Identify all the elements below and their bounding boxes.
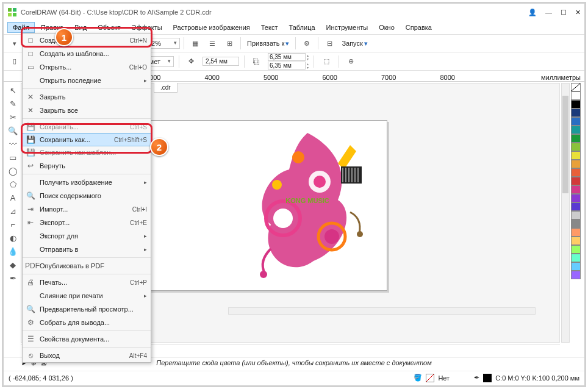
menu-tools[interactable]: Инструменты xyxy=(321,23,373,32)
file-menu-item[interactable]: Открыть последние▸ xyxy=(23,74,151,87)
color-swatch[interactable] xyxy=(571,126,581,134)
guides-icon[interactable]: ☰ xyxy=(205,36,220,51)
close-button[interactable]: ✕ xyxy=(575,9,581,16)
file-menu-item[interactable]: 💾Сохранить как...Ctrl+Shift+S xyxy=(22,133,151,146)
dynamic-guides-icon[interactable]: ⊞ xyxy=(222,36,237,51)
effects-tool-icon[interactable]: ◐ xyxy=(7,232,19,244)
vertical-scrollbar[interactable] xyxy=(561,83,570,343)
new-icon[interactable]: ▾ xyxy=(7,36,22,51)
menu-help[interactable]: Справка xyxy=(401,23,437,32)
fill-swatch[interactable] xyxy=(426,374,434,382)
file-menu-item[interactable]: ☰Свойства документа... xyxy=(23,332,151,346)
color-swatch[interactable] xyxy=(571,91,581,100)
dimension-tool-icon[interactable]: ⊿ xyxy=(7,205,19,217)
options-icon[interactable]: ⚙ xyxy=(299,36,314,51)
add-icon[interactable]: ⊕ xyxy=(344,54,359,69)
svg-rect-3 xyxy=(13,13,16,16)
rectangle-tool-icon[interactable]: ▭ xyxy=(7,151,19,163)
shape-tool-icon[interactable]: ✎ xyxy=(7,98,19,110)
file-menu-item[interactable]: ⚙Собрать для вывода... xyxy=(23,316,151,329)
file-menu-item[interactable]: ▭Открыть...Ctrl+O xyxy=(23,60,151,74)
launch-dropdown[interactable]: Запуск ▾ xyxy=(339,38,370,49)
grid-icon[interactable]: ▦ xyxy=(188,36,203,51)
color-swatch[interactable] xyxy=(571,254,581,262)
color-swatch[interactable] xyxy=(571,219,581,228)
fill-tool-icon[interactable]: ◆ xyxy=(7,259,19,271)
fill-none-label: Нет xyxy=(438,374,450,382)
menu-object[interactable]: Объект xyxy=(93,23,125,32)
text-tool-icon[interactable]: A xyxy=(7,191,19,204)
horizontal-scrollbar[interactable] xyxy=(228,307,536,315)
menu-effects[interactable]: Эффекты xyxy=(127,23,167,32)
color-swatch[interactable] xyxy=(571,143,581,151)
color-swatch[interactable] xyxy=(571,228,581,237)
minimize-button[interactable]: — xyxy=(545,9,552,16)
dup-y-input[interactable] xyxy=(268,62,306,70)
color-swatch[interactable] xyxy=(571,109,581,117)
freehand-tool-icon[interactable]: 〰 xyxy=(7,138,19,150)
color-swatch[interactable] xyxy=(571,151,581,160)
menu-window[interactable]: Окно xyxy=(374,23,400,32)
svg-rect-1 xyxy=(13,8,16,12)
page-orientation-icon[interactable]: ▯ xyxy=(7,54,22,69)
dup-x-input[interactable] xyxy=(268,53,306,61)
ellipse-tool-icon[interactable]: ◯ xyxy=(7,165,19,177)
color-swatch[interactable] xyxy=(571,262,581,271)
crop-tool-icon[interactable]: ✂ xyxy=(7,111,19,123)
color-swatch[interactable] xyxy=(571,185,581,194)
layout-icon[interactable]: ⊟ xyxy=(322,36,337,51)
file-menu-item[interactable]: ⇥Импорт...Ctrl+I xyxy=(23,202,151,216)
file-menu-item[interactable]: Слияние при печати▸ xyxy=(23,289,151,302)
file-menu-item[interactable]: PDFОпубликовать в PDF xyxy=(23,259,151,273)
connector-tool-icon[interactable]: ⌐ xyxy=(7,218,19,230)
snap-to-dropdown[interactable]: Привязать к ▾ xyxy=(245,38,292,49)
file-menu-item[interactable]: 🖨Печать...Ctrl+P xyxy=(23,276,151,289)
color-swatch[interactable] xyxy=(571,160,581,168)
artwork[interactable]: KONG MUSIC xyxy=(240,127,375,285)
color-swatch[interactable] xyxy=(571,237,581,245)
color-swatch[interactable] xyxy=(571,168,581,177)
color-swatch[interactable] xyxy=(571,245,581,254)
color-swatch[interactable] xyxy=(571,271,581,279)
file-menu-item[interactable]: ✕Закрыть все xyxy=(23,104,151,117)
submenu-arrow-icon: ▸ xyxy=(144,77,147,84)
duplicate-offset-inputs[interactable]: ▴▾ ▴▾ xyxy=(268,53,309,70)
menu-view[interactable]: Вид xyxy=(70,23,91,32)
file-menu-item[interactable]: 💾Сохранить...Ctrl+S xyxy=(23,120,151,134)
file-menu-item[interactable]: Экспорт для▸ xyxy=(23,229,151,243)
color-swatch[interactable] xyxy=(571,211,581,219)
color-swatch[interactable] xyxy=(571,177,581,185)
file-menu-item[interactable]: ↩Вернуть xyxy=(23,159,151,173)
zoom-tool-icon[interactable]: 🔍 xyxy=(7,124,19,137)
outline-swatch[interactable] xyxy=(483,374,492,382)
file-menu-item[interactable]: ✕Закрыть xyxy=(23,90,151,104)
no-color-swatch[interactable] xyxy=(571,83,581,91)
polygon-tool-icon[interactable]: ⬠ xyxy=(7,178,19,190)
menu-bitmaps[interactable]: Растровые изображения xyxy=(168,23,255,32)
maximize-button[interactable]: ☐ xyxy=(561,9,567,16)
file-menu-item[interactable]: ⎋ВыходAlt+F4 xyxy=(23,349,151,362)
menu-file[interactable]: Файл xyxy=(7,22,35,33)
color-swatch[interactable] xyxy=(571,100,581,109)
eyedropper-tool-icon[interactable]: 💧 xyxy=(7,245,19,257)
color-swatch[interactable] xyxy=(571,194,581,202)
file-menu-item[interactable]: □Создать...Ctrl+N xyxy=(23,34,151,47)
file-menu-item[interactable]: Отправить в▸ xyxy=(23,243,151,256)
nudge-input[interactable]: 2,54 мм xyxy=(203,57,239,66)
treat-as-filled-icon[interactable]: ⬚ xyxy=(319,54,334,69)
menu-table[interactable]: Таблица xyxy=(284,23,320,32)
file-menu-item[interactable]: Получить изображение▸ xyxy=(23,176,151,189)
file-menu-item[interactable]: 🔍Поиск содержимого xyxy=(23,189,151,202)
user-icon[interactable]: 👤 xyxy=(528,9,537,16)
file-menu-item[interactable]: 🔍Предварительный просмотр... xyxy=(23,302,151,316)
document-tab[interactable]: .cdr xyxy=(154,83,177,93)
color-swatch[interactable] xyxy=(571,202,581,211)
outline-tool-icon[interactable]: ✒ xyxy=(7,272,19,284)
color-swatch[interactable] xyxy=(571,117,581,126)
pick-tool-icon[interactable]: ↖ xyxy=(7,84,19,96)
color-swatch[interactable] xyxy=(571,134,581,143)
file-menu-item[interactable]: ⇤Экспорт...Ctrl+E xyxy=(23,216,151,229)
file-menu-item[interactable]: 💾Сохранить как шаблон... xyxy=(23,146,151,159)
menu-text[interactable]: Текст xyxy=(256,23,283,32)
file-menu-item[interactable]: □Создать из шаблона... xyxy=(23,47,151,60)
